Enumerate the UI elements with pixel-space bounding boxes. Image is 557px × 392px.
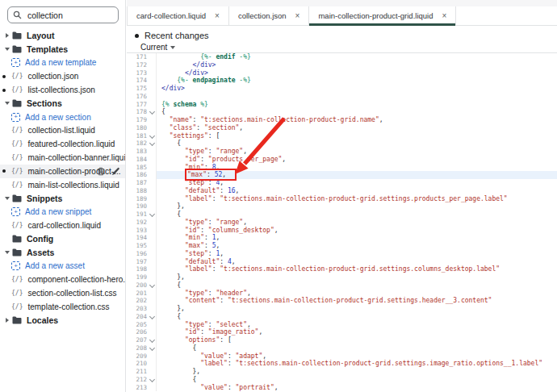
fold-chevron-icon[interactable] [149,211,156,219]
tab-card-collection-liquid[interactable]: card-collection.liquid× [127,6,229,25]
sidebar-item-config[interactable]: Config [0,232,125,246]
code-line-179[interactable]: 179 "name": "t:sections.main-collection-… [127,116,557,124]
code-line-203[interactable]: 203 }, [127,305,557,313]
code-line-207[interactable]: 207 "options": [ [127,336,557,344]
chevron-down-icon[interactable] [4,251,10,254]
modified-dot-icon [2,75,6,78]
sidebar-item-locales[interactable]: Locales [0,314,125,327]
fold-chevron-icon[interactable] [149,313,156,321]
file-search-box[interactable] [7,6,119,23]
sidebar-item-main-collection-product[interactable]: {/}main-collection-product-... [0,165,125,178]
line-number: 191 [127,211,149,219]
code-line-208[interactable]: 208 { [127,344,557,352]
version-dropdown[interactable]: Current [127,40,557,52]
chevron-right-icon[interactable] [4,33,10,38]
code-line-178[interactable]: 178{ [127,108,557,116]
sidebar-item-template-collection-css[interactable]: {/}template-collection.css [0,300,125,314]
fold-chevron-icon[interactable] [149,344,156,352]
code-line-195[interactable]: 195 "max": 5, [127,242,557,250]
code-line-174[interactable]: 174 {%- endpaginate -%} [127,77,557,85]
code-line-190[interactable]: 190 }, [127,202,557,211]
sidebar-item-snippets[interactable]: Snippets [0,192,125,206]
fold-chevron-icon[interactable] [149,108,156,116]
close-icon[interactable]: × [215,12,220,20]
sidebar-item-collection-json[interactable]: {/}collection.json [0,69,125,83]
sidebar-item-templates[interactable]: Templates [0,43,125,56]
code-line-205[interactable]: 205 "type": "select", [127,321,557,329]
sidebar-item-add-a-new-asset[interactable]: +Add a new asset [0,260,125,273]
code-line-184[interactable]: 184 "id": "products_per_page", [127,156,557,164]
code-editor-area[interactable]: 171 {%- endif -%}172 </div>173 </div>174… [127,53,557,392]
code-line-183[interactable]: 183 "type": "range", [127,148,557,156]
tab-main-collection-product-grid-liquid[interactable]: main-collection-product-grid.liquid× [309,6,456,25]
code-line-194[interactable]: 194 "min": 1, [127,234,557,242]
sidebar-item-assets[interactable]: Assets [0,246,125,260]
trash-icon[interactable] [97,167,105,176]
code-line-212[interactable]: 212 { [127,376,557,384]
code-file-icon: {/} [11,276,23,283]
chevron-down-icon[interactable] [4,48,10,51]
code-line-177[interactable]: 177{% schema %} [127,101,557,109]
sidebar-item-list-collections-json[interactable]: {/}list-collections.json [0,83,125,97]
code-line-186[interactable]: 186 "max": 52, [127,171,557,179]
close-icon[interactable]: × [442,12,446,20]
code-line-209[interactable]: 209 "value": "adapt", [127,352,557,361]
sidebar-item-card-collection-liquid[interactable]: {/}card-collection.liquid [0,219,125,232]
code-line-181[interactable]: 181 "settings": [ [127,132,557,140]
sidebar-item-collection-list-liquid[interactable]: {/}collection-list.liquid [0,124,125,138]
sidebar-item-featured-collection-liquid[interactable]: {/}featured-collection.liquid [0,137,125,151]
sidebar-item-sections[interactable]: Sections [0,97,125,111]
code-line-211[interactable]: 211 }, [127,368,557,376]
fold-spacer [149,234,156,242]
file-tree-sidebar: LayoutTemplates+Add a new template{/}col… [0,0,126,392]
sidebar-item-add-a-new-template[interactable]: +Add a new template [0,56,125,70]
sidebar-item-section-collection-list-css[interactable]: {/}section-collection-list.css [0,286,125,300]
code-line-189[interactable]: 189 "label": "t:sections.main-collection… [127,195,557,203]
code-line-202[interactable]: 202 "content": "t:sections.main-collecti… [127,297,557,305]
fold-chevron-icon[interactable] [149,281,156,290]
sidebar-item-component-collection-hero-css[interactable]: {/}component-collection-hero.css [0,273,125,286]
sidebar-item-layout[interactable]: Layout [0,29,125,43]
chevron-right-icon[interactable] [4,318,10,323]
code-line-191[interactable]: 191 { [127,211,557,219]
sidebar-item-add-a-new-section[interactable]: +Add a new section [0,111,125,124]
line-number: 173 [127,69,149,77]
code-line-188[interactable]: 188 "default": 16, [127,187,557,195]
pencil-icon[interactable] [111,167,120,176]
code-line-176[interactable]: 176 [127,93,557,101]
code-line-175[interactable]: 175</div> [127,85,557,93]
chevron-down-icon[interactable] [4,197,10,200]
close-icon[interactable]: × [295,12,300,20]
code-line-172[interactable]: 172 </div> [127,61,557,69]
code-line-192[interactable]: 192 "type": "range", [127,219,557,227]
code-line-198[interactable]: 198 "label": "t:sections.main-collection… [127,265,557,273]
code-line-171[interactable]: 171 {%- endif -%} [127,53,557,61]
search-input[interactable] [26,10,113,21]
line-number: 188 [127,187,149,195]
chevron-down-icon[interactable] [4,102,10,105]
line-number: 212 [127,376,149,384]
fold-chevron-icon[interactable] [149,140,156,148]
sidebar-item-add-a-new-snippet[interactable]: +Add a new snippet [0,205,125,219]
fold-chevron-icon[interactable] [149,336,156,344]
code-line-197[interactable]: 197 "default": 4, [127,258,557,266]
code-line-193[interactable]: 193 "id": "columns_desktop", [127,227,557,235]
fold-chevron-icon[interactable] [149,376,156,384]
code-line-213[interactable]: 213 "value": "portrait", [127,384,557,392]
code-line-199[interactable]: 199 }, [127,273,557,281]
sidebar-item-label: Sections [27,98,62,108]
code-line-204[interactable]: 204 { [127,313,557,321]
fold-chevron-icon[interactable] [149,132,156,140]
code-line-180[interactable]: 180 "class": "section", [127,124,557,132]
code-line-173[interactable]: 173 </div> [127,69,557,77]
sidebar-item-main-collection-banner-liquid[interactable]: {/}main-collection-banner.liquid [0,151,125,165]
code-line-200[interactable]: 200 { [127,281,557,290]
tab-collection-json[interactable]: collection.json× [229,6,310,25]
code-line-182[interactable]: 182 { [127,140,557,148]
code-line-196[interactable]: 196 "step": 1, [127,250,557,258]
sidebar-item-main-list-collections-liquid[interactable]: {/}main-list-collections.liquid [0,178,125,192]
tab-label: main-collection-product-grid.liquid [318,11,433,20]
code-line-201[interactable]: 201 "type": "header", [127,290,557,298]
code-line-210[interactable]: 210 "label": "t:sections.main-collection… [127,360,557,368]
code-line-206[interactable]: 206 "id": "image_ratio", [127,328,557,336]
